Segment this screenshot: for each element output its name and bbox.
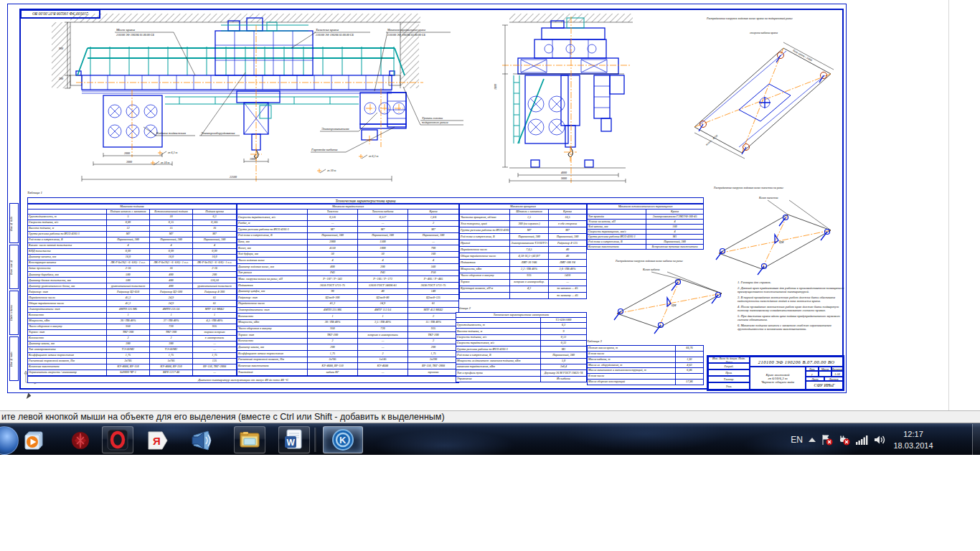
table-cell: ВУ-150, ТКГ-2008 (408, 363, 459, 369)
folder-icon (238, 430, 261, 450)
table-cell: 12 (107, 226, 150, 232)
crane-side-view: 4000 9000 1800 (494, 14, 633, 183)
drawing-sheet[interactable]: .b{stroke:#0018d8;fill:none;stroke-width… (7, 4, 847, 393)
taskbar-item-yandex[interactable]: Я (145, 428, 171, 453)
table-cell: Р=107 / Р=143 (308, 276, 358, 283)
taskbar-separator (314, 428, 316, 452)
table-cell: 16,0 (150, 255, 193, 260)
table-cell: 15 (150, 226, 193, 232)
table-cell: 61 (193, 295, 237, 301)
table-cell: 4,5 / ПВ 40% (193, 318, 237, 324)
taskbar-item-opera[interactable] (102, 426, 133, 453)
table-cell: Переменный, 380 (193, 237, 237, 243)
table-row: по захвату — 45 (460, 292, 587, 298)
table-cell: Токоподвод (237, 369, 308, 376)
volume-tray-icon[interactable] (874, 435, 885, 445)
mass-value (819, 371, 831, 377)
table-cell: 700 (408, 245, 459, 252)
table-cell: механизм передвижения, кВт (456, 364, 541, 370)
table-cell: Подшипник (237, 283, 308, 289)
table-cell: 360 (не огранич.) (510, 221, 549, 227)
note-item: 2. Данный кран предназначен для работы в… (738, 286, 845, 294)
table-cell: ВУ-150, ТКГ-2008 (193, 364, 237, 369)
taskbar-item-media-player[interactable] (22, 428, 47, 453)
table1-footer: Диапазон температур эксплуатации от мину… (27, 376, 459, 383)
svg-text:гп 6,3 т: гп 6,3 т (168, 151, 178, 155)
start-button[interactable] (0, 426, 19, 455)
tray-expand-icon[interactable] (809, 438, 816, 442)
svg-text:4000: 4000 (561, 171, 567, 174)
table-cell: КУ-4688, ВУ-150 (107, 364, 150, 369)
table-cell: Скорость передвижения, м/с (237, 215, 308, 221)
table-cell: База, мм (237, 239, 308, 245)
taskbar-item-kompas[interactable]: K (323, 426, 363, 453)
table-cell: ТКГ-300 (150, 329, 193, 335)
table-row: Скорость передвижения, м/с0,5/60,5171,6/… (237, 215, 459, 221)
taskbar-item-game[interactable] (67, 428, 93, 453)
svg-text:гп 6,3 т: гп 6,3 т (369, 154, 379, 159)
table-cell: Переменный, 380 (549, 234, 587, 240)
table-cell: 2,2 / ПВ 40% (510, 266, 549, 273)
table-row: Число оборотов в минуту950720935 (28, 324, 237, 329)
table-row: Колея, мм41501000700 (237, 245, 459, 252)
table-cell: 30 / ПВ 40% (308, 319, 358, 326)
table-cell: Электромеханизм ТЭ102У3-1 (510, 240, 549, 247)
table-cell: 500 (107, 278, 150, 283)
table-cell: уравнительный полиспаст (107, 283, 150, 289)
table-cell: 4,63 (676, 362, 704, 368)
taskbar-item-explorer[interactable] (234, 426, 265, 453)
table-cell: 6,3 (541, 323, 587, 329)
table-cell: Канат: число ветвей полиспаста (28, 243, 107, 249)
margin-stamp: Инв. № подл. (9, 336, 19, 381)
system-tray[interactable]: EN (791, 424, 885, 456)
table-cell: 2 (408, 314, 459, 320)
svg-text:Электрооборудование: Электрооборудование (201, 131, 235, 135)
table-row: Число оборотов в минуту950720935 (237, 326, 459, 332)
table-row: Род тока и напряжение, ВПеременный, 380П… (237, 232, 459, 239)
power-status-icon[interactable] (839, 434, 850, 446)
taskbar-item-word[interactable]: W (278, 426, 310, 453)
table-cell: ТЭ-50/М2 (150, 347, 193, 352)
table-row: Мощность, кВт30 / ПВ 40%3,5 / ПВ 40%15 /… (237, 319, 459, 326)
table-cell: 720 (358, 326, 408, 332)
table-cell: 15 / ПВ 40% (408, 319, 459, 326)
table-cell: Переменный, 380 (646, 240, 704, 245)
table-cell: 30 / ПВ 40% (107, 318, 150, 324)
table-row: Подшипник3618 ГОСТ 5721-7553610 ГОСТ 246… (237, 283, 459, 289)
table-cell: 1 (308, 314, 358, 320)
table-cell: 0,5/6 (308, 215, 358, 221)
action-center-flag-icon[interactable] (821, 434, 833, 446)
lit-value: у (806, 371, 819, 377)
table-cell: Переменный, 380 (408, 232, 459, 239)
table-cell: Передаточное число (460, 247, 510, 253)
show-desktop-button[interactable] (972, 424, 980, 456)
svg-text:Тележка крана: Тележка крана (316, 28, 339, 32)
table-cell: 41,3 (107, 301, 150, 306)
table-cell: Электромеханизм ГЭМ2У4-160-45 (646, 215, 704, 220)
table-cell: 6х9000-ЧР-1 (107, 369, 150, 375)
kompas-icon: K (331, 428, 354, 451)
table-cell: Род тока и напряжение, В (460, 234, 510, 240)
table-cell: Скорость подъема, м/с (28, 220, 107, 226)
table-row: Передаточное число41,324,961 (237, 301, 459, 307)
mouse-cursor (27, 392, 32, 400)
table-cell: 1500 (358, 239, 408, 245)
table-cell: 41,3 (308, 301, 358, 307)
table-cell: Электродвигатель: тип (28, 306, 107, 312)
taskbar[interactable]: Я W (0, 423, 980, 455)
table-cell: Переменный, 380 (107, 237, 150, 243)
taskbar-item-volume-app[interactable] (188, 428, 214, 453)
network-signal-icon[interactable] (856, 435, 868, 445)
table-cell: 0,99 (107, 249, 150, 255)
table-cell: КУ-4688, ВУ-250 (150, 364, 193, 369)
table-cell: 24,9 (150, 295, 193, 301)
language-indicator[interactable]: EN (791, 435, 803, 445)
table-cell: Запас прочности (28, 266, 107, 272)
clock[interactable]: 12:17 18.03.2014 (885, 424, 941, 456)
table-cell: 4МТН 225 М6 (107, 306, 150, 312)
table-cell: 5,0 (541, 358, 587, 364)
table-cell: 7,6,5 (510, 247, 549, 253)
svg-text:гп 10 т: гп 10 т (161, 161, 170, 164)
svg-text:1800: 1800 (494, 84, 497, 90)
table-cell: 3,0 / ПВ 40% (549, 266, 587, 273)
